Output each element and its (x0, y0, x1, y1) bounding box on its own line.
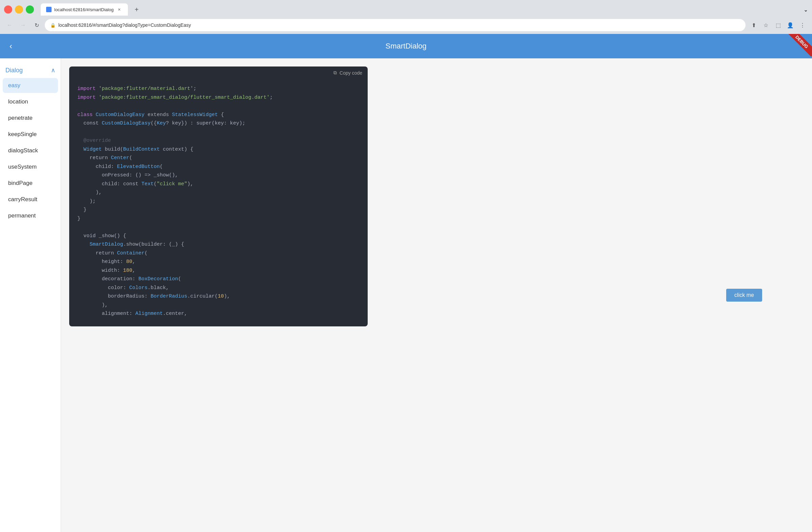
app-header: ‹ SmartDialog DEBUG (0, 34, 812, 58)
code-block: import 'package:flutter/material.dart'; … (69, 79, 368, 326)
tab-bar-right: ⌄ (803, 6, 812, 13)
sidebar-item-bindpage[interactable]: bindPage (3, 176, 58, 191)
sidebar-item-location[interactable]: location (3, 94, 58, 109)
tab-bar-left: localhost:62816/#/smartDialog ✕ + (0, 3, 142, 16)
lock-icon: 🔒 (50, 23, 56, 28)
sidebar-item-carryresult[interactable]: carryResult (3, 192, 58, 207)
code-block-header: ⧉ Copy code (69, 67, 368, 79)
traffic-lights (4, 5, 34, 14)
browser-tab[interactable]: localhost:62816/#/smartDialog ✕ (41, 3, 128, 16)
content-area: ⧉ Copy code import 'package:flutter/mate… (61, 58, 676, 532)
sidebar-item-permanent[interactable]: permanent (3, 208, 58, 223)
sidebar-item-dialogstack[interactable]: dialogStack (3, 143, 58, 158)
back-button[interactable]: ← (4, 20, 15, 30)
tab-close-button[interactable]: ✕ (116, 6, 122, 13)
forward-button[interactable]: → (18, 20, 29, 30)
minimize-window-button[interactable] (15, 5, 23, 14)
main-layout: Dialog ∧ easy location penetrate keepSin… (0, 58, 812, 532)
url-bar[interactable]: 🔒 localhost:62816/#/smartDialog?dialogTy… (45, 19, 745, 31)
expand-icon: ⌄ (803, 7, 808, 13)
address-bar: ← → ↻ 🔒 localhost:62816/#/smartDialog?di… (0, 16, 812, 34)
sidebar: Dialog ∧ easy location penetrate keepSin… (0, 58, 61, 532)
copy-icon: ⧉ (333, 70, 337, 76)
sidebar-section-header[interactable]: Dialog ∧ (0, 64, 61, 77)
debug-badge: DEBUG (787, 34, 812, 57)
code-block-wrapper: ⧉ Copy code import 'package:flutter/mate… (69, 67, 368, 326)
click-me-button[interactable]: click me (726, 289, 762, 302)
share-icon[interactable]: ⬆ (748, 20, 759, 30)
tab-title: localhost:62816/#/smartDialog (54, 7, 114, 12)
maximize-window-button[interactable] (26, 5, 34, 14)
sidebar-section-label: Dialog (5, 67, 23, 74)
tab-bar: localhost:62816/#/smartDialog ✕ + ⌄ (0, 0, 812, 16)
close-window-button[interactable] (4, 5, 12, 14)
refresh-button[interactable]: ↻ (31, 20, 42, 30)
profile-icon[interactable]: 👤 (785, 20, 796, 30)
collapse-icon: ∧ (51, 67, 55, 74)
tab-favicon-icon (46, 7, 52, 12)
new-tab-button[interactable]: + (132, 5, 142, 14)
menu-icon[interactable]: ⋮ (797, 20, 808, 30)
sidebar-item-penetrate[interactable]: penetrate (3, 111, 58, 126)
browser-chrome: localhost:62816/#/smartDialog ✕ + ⌄ ← → … (0, 0, 812, 34)
sidebar-section-dialog: Dialog ∧ easy location penetrate keepSin… (0, 58, 61, 230)
preview-panel: click me (676, 58, 812, 532)
sidebar-item-easy[interactable]: easy (3, 78, 58, 93)
back-button[interactable]: ‹ (3, 38, 19, 54)
copy-code-button[interactable]: ⧉ Copy code (333, 70, 362, 76)
sidebar-item-usesystem[interactable]: useSystem (3, 159, 58, 174)
app-title: SmartDialog (385, 42, 426, 51)
sidebar-item-keepsingle[interactable]: keepSingle (3, 127, 58, 142)
bookmark-icon[interactable]: ☆ (760, 20, 771, 30)
cast-icon[interactable]: ⬚ (773, 20, 783, 30)
debug-corner: DEBUG (785, 34, 812, 61)
address-bar-actions: ⬆ ☆ ⬚ 👤 ⋮ (748, 20, 808, 30)
url-text: localhost:62816/#/smartDialog?dialogType… (58, 23, 740, 28)
